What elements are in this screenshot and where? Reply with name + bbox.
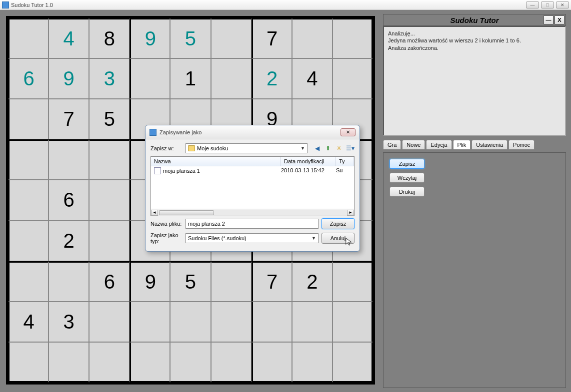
tab-pomoc[interactable]: Pomoc	[508, 140, 534, 149]
sudoku-cell[interactable]	[292, 342, 332, 383]
save-button[interactable]: Zapisz	[390, 159, 424, 169]
sudoku-cell[interactable]: 4	[48, 18, 89, 58]
filename-input[interactable]	[186, 219, 318, 229]
save-in-label: Zapisz w:	[150, 145, 182, 151]
sudoku-cell[interactable]	[170, 302, 210, 342]
sudoku-cell[interactable]: 7	[252, 261, 292, 302]
sudoku-cell[interactable]	[48, 342, 89, 383]
new-folder-icon[interactable]: ✳	[334, 144, 344, 153]
sudoku-cell[interactable]	[130, 342, 170, 383]
sudoku-cell[interactable]: 4	[8, 302, 48, 342]
minimize-button[interactable]: —	[526, 1, 539, 8]
sudoku-cell[interactable]	[89, 302, 130, 342]
app-icon	[2, 1, 9, 8]
sudoku-cell[interactable]	[211, 302, 252, 342]
close-button[interactable]: ✕	[556, 1, 569, 8]
tutor-close-button[interactable]: X	[554, 15, 564, 24]
sudoku-cell[interactable]: 5	[170, 18, 210, 58]
save-as-dialog: Zapisywanie jako ✕ Zapisz w: Moje sudoku…	[145, 125, 360, 252]
load-button[interactable]: Wczytaj	[390, 173, 424, 183]
tab-ustawienia[interactable]: Ustawienia	[472, 140, 508, 149]
sudoku-cell[interactable]	[211, 342, 252, 383]
sudoku-cell[interactable]	[332, 58, 373, 99]
tab-gra[interactable]: Gra	[383, 140, 401, 149]
sudoku-cell[interactable]	[89, 221, 130, 261]
sudoku-cell[interactable]	[332, 261, 373, 302]
sudoku-cell[interactable]: 6	[89, 261, 130, 302]
tab-plik[interactable]: Plik	[453, 140, 471, 149]
file-list-header[interactable]: Nazwa Data modyfikacji Ty	[151, 157, 354, 166]
scroll-thumb[interactable]	[159, 210, 214, 215]
sudoku-cell[interactable]: 2	[252, 58, 292, 99]
filetype-combo[interactable]: Sudoku Files (*.sudoku) ▼	[186, 233, 318, 243]
sudoku-cell[interactable]: 4	[292, 58, 332, 99]
view-menu-icon[interactable]: ☰▾	[346, 144, 354, 153]
sudoku-cell[interactable]	[130, 58, 170, 99]
sudoku-cell[interactable]: 9	[48, 58, 89, 99]
sudoku-cell[interactable]	[211, 18, 252, 58]
sudoku-cell[interactable]	[48, 139, 89, 180]
sudoku-cell[interactable]	[8, 221, 48, 261]
maximize-button[interactable]: □	[541, 1, 554, 8]
scroll-right-icon[interactable]: ►	[347, 210, 354, 216]
sudoku-cell[interactable]	[211, 261, 252, 302]
sudoku-cell[interactable]	[292, 302, 332, 342]
sudoku-cell[interactable]: 6	[48, 180, 89, 220]
sudoku-cell[interactable]	[292, 18, 332, 58]
sudoku-cell[interactable]: 3	[89, 58, 130, 99]
sudoku-cell[interactable]: 8	[89, 18, 130, 58]
sudoku-cell[interactable]: 6	[8, 58, 48, 99]
sudoku-cell[interactable]: 1	[170, 58, 210, 99]
back-icon[interactable]: ◀	[312, 144, 322, 153]
up-folder-icon[interactable]: ⬆	[324, 144, 332, 153]
sudoku-cell[interactable]: 9	[130, 261, 170, 302]
sudoku-cell[interactable]	[130, 302, 170, 342]
sudoku-cell[interactable]	[8, 18, 48, 58]
log-line: Analizuję...	[388, 30, 561, 37]
print-button[interactable]: Drukuj	[390, 187, 424, 197]
file-row[interactable]: moja plansza 1 2010-03-13 15:42 Su	[151, 166, 354, 175]
sudoku-cell[interactable]	[8, 342, 48, 383]
sudoku-cell[interactable]: 5	[89, 99, 130, 139]
sudoku-cell[interactable]	[252, 342, 292, 383]
sudoku-cell[interactable]	[89, 180, 130, 220]
window-title-bar: Sudoku Tutor 1.0 — □ ✕	[0, 0, 571, 10]
sudoku-cell[interactable]: 7	[252, 18, 292, 58]
file-list[interactable]: Nazwa Data modyfikacji Ty moja plansza 1…	[150, 156, 354, 216]
sudoku-cell[interactable]	[332, 342, 373, 383]
sudoku-cell[interactable]	[89, 139, 130, 180]
sudoku-cell[interactable]: 2	[48, 221, 89, 261]
sudoku-cell[interactable]	[332, 18, 373, 58]
sudoku-cell[interactable]	[170, 342, 210, 383]
tutor-panel: Sudoku Tutor — X Analizuję... Jedyna moż…	[383, 14, 566, 136]
sudoku-cell[interactable]	[8, 99, 48, 139]
save-in-combo[interactable]: Moje sudoku ▼	[186, 143, 308, 153]
sudoku-cell[interactable]	[48, 261, 89, 302]
dialog-cancel-button[interactable]: Anuluj	[322, 233, 354, 244]
sudoku-cell[interactable]: 7	[48, 99, 89, 139]
horizontal-scrollbar[interactable]: ◄ ►	[151, 209, 354, 216]
dialog-close-button[interactable]: ✕	[340, 128, 356, 136]
sudoku-cell[interactable]: 3	[48, 302, 89, 342]
col-date[interactable]: Data modyfikacji	[281, 157, 336, 166]
window-title: Sudoku Tutor 1.0	[11, 2, 526, 8]
sudoku-cell[interactable]	[252, 302, 292, 342]
tab-edycja[interactable]: Edycja	[426, 140, 452, 149]
sudoku-cell[interactable]	[8, 139, 48, 180]
sudoku-cell[interactable]	[8, 261, 48, 302]
scroll-left-icon[interactable]: ◄	[151, 210, 158, 216]
tutor-minimize-button[interactable]: —	[544, 15, 554, 24]
dialog-save-button[interactable]: Zapisz	[322, 218, 354, 229]
chevron-down-icon: ▼	[312, 236, 316, 241]
col-type[interactable]: Ty	[336, 157, 354, 166]
col-name[interactable]: Nazwa	[151, 157, 281, 166]
sudoku-cell[interactable]	[211, 58, 252, 99]
sudoku-cell[interactable]: 9	[130, 18, 170, 58]
sudoku-cell[interactable]	[89, 342, 130, 383]
sudoku-cell[interactable]	[332, 302, 373, 342]
sudoku-cell[interactable]: 5	[170, 261, 210, 302]
tab-nowe[interactable]: Nowe	[402, 140, 425, 149]
sudoku-cell[interactable]: 2	[292, 261, 332, 302]
sudoku-cell[interactable]	[8, 180, 48, 220]
tab-content-plik: Zapisz Wczytaj Drukuj	[383, 152, 566, 388]
